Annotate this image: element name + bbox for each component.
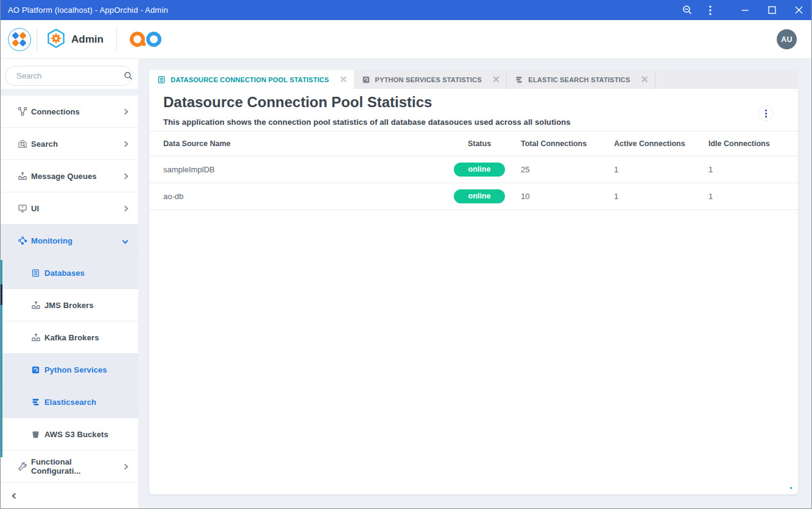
resize-handle-dot bbox=[790, 487, 792, 489]
cell-active-connections: 1 bbox=[614, 165, 708, 174]
database-icon bbox=[157, 75, 166, 84]
titlebar-spacer bbox=[722, 0, 732, 20]
sidebar-item-label: Databases bbox=[44, 269, 85, 278]
python-services-icon bbox=[30, 365, 41, 375]
ao-logo-o bbox=[146, 32, 161, 47]
tab-strip: DATASOURCE CONNECTION POOL STATISTICS ✕ … bbox=[149, 70, 798, 89]
cell-status: online bbox=[446, 189, 513, 203]
sidebar-item-label: Functional Configurati... bbox=[31, 457, 123, 476]
sidebar-search[interactable] bbox=[5, 66, 133, 86]
sidebar-item-python-services[interactable]: Python Services bbox=[0, 354, 138, 386]
sidebar-item-label: JMS Brokers bbox=[44, 301, 94, 310]
header-divider bbox=[116, 28, 117, 51]
hexagon-gear-icon[interactable] bbox=[47, 29, 65, 51]
app-window: AO Platform (localhost) - AppOrchid - Ad… bbox=[0, 0, 812, 509]
datasource-table: Data Source Name Status Total Connection… bbox=[149, 131, 798, 210]
sidebar-item-functional-configuration[interactable]: Functional Configurati... bbox=[0, 451, 138, 483]
search-nav-icon bbox=[17, 139, 27, 149]
monitoring-icon bbox=[17, 236, 27, 246]
chevron-down-icon bbox=[122, 237, 129, 244]
panel-kebab-menu-icon[interactable] bbox=[758, 105, 774, 121]
product-name: Admin bbox=[71, 33, 104, 46]
window-title: AO Platform (localhost) - AppOrchid - Ad… bbox=[8, 5, 168, 15]
chevron-right-icon bbox=[122, 173, 129, 179]
sidebar-item-jms-brokers[interactable]: JMS Brokers bbox=[0, 289, 138, 321]
sidebar-item-ui[interactable]: UI bbox=[0, 192, 138, 225]
titlebar: AO Platform (localhost) - AppOrchid - Ad… bbox=[0, 0, 812, 20]
maximize-button[interactable] bbox=[758, 0, 785, 20]
table-row[interactable]: sampleImplDB online 25 1 1 bbox=[149, 156, 798, 183]
search-input[interactable] bbox=[16, 71, 124, 80]
cell-total-connections: 10 bbox=[513, 192, 614, 201]
sidebar-item-search[interactable]: Search bbox=[0, 128, 138, 160]
ao-logo-a bbox=[130, 32, 145, 47]
close-button[interactable] bbox=[785, 0, 812, 20]
tab-elastic-search-statistics[interactable]: ELASTIC SEARCH STATISTICS ✕ bbox=[507, 70, 655, 89]
sidebar-item-kafka-brokers[interactable]: Kafka Brokers bbox=[0, 321, 138, 354]
status-badge: online bbox=[454, 189, 505, 203]
chevron-left-icon bbox=[12, 493, 18, 499]
avatar[interactable]: AU bbox=[777, 29, 797, 49]
column-header-idle-connections: Idle Connections bbox=[708, 139, 798, 148]
sidebar-item-label: AWS S3 Buckets bbox=[44, 430, 108, 439]
sidebar-nav: Connections Search Message Queues UI Mon bbox=[0, 96, 138, 483]
chevron-right-icon bbox=[122, 205, 129, 211]
close-icon[interactable]: ✕ bbox=[641, 75, 649, 85]
sidebar-scrollbar-thumb[interactable] bbox=[0, 284, 2, 305]
column-header-status: Status bbox=[446, 139, 513, 148]
cell-data-source-name: sampleImplDB bbox=[163, 165, 446, 174]
sidebar: Connections Search Message Queues UI Mon bbox=[0, 59, 138, 509]
chevron-right-icon bbox=[122, 463, 129, 469]
sidebar-scrollbar[interactable] bbox=[0, 260, 2, 457]
sidebar-item-label: UI bbox=[31, 204, 39, 213]
tab-label: PYTHON SERVICES STATISTICS bbox=[375, 76, 482, 83]
search-icon bbox=[124, 71, 133, 80]
sidebar-item-elasticsearch[interactable]: Elasticsearch bbox=[0, 386, 138, 418]
app-header: Admin AU bbox=[0, 20, 812, 59]
ao-logo bbox=[130, 32, 161, 47]
column-header-active-connections: Active Connections bbox=[614, 139, 708, 148]
chevron-right-icon bbox=[122, 108, 129, 114]
minimize-button[interactable] bbox=[732, 0, 758, 20]
sidebar-item-label: Monitoring bbox=[31, 236, 72, 245]
close-icon[interactable]: ✕ bbox=[339, 75, 348, 85]
cell-idle-connections: 1 bbox=[708, 192, 798, 201]
table-header-row: Data Source Name Status Total Connection… bbox=[149, 131, 798, 156]
column-header-data-source-name: Data Source Name bbox=[163, 139, 446, 148]
pinwheel-logo-icon[interactable] bbox=[8, 28, 31, 51]
s3-bucket-icon bbox=[30, 429, 41, 440]
python-services-icon bbox=[362, 75, 370, 84]
sidebar-item-message-queues[interactable]: Message Queues bbox=[0, 160, 138, 192]
main-panel: Datasource Connection Pool Statistics Th… bbox=[149, 89, 798, 494]
sidebar-item-monitoring[interactable]: Monitoring bbox=[0, 225, 138, 257]
zoom-out-icon[interactable] bbox=[676, 0, 699, 20]
sidebar-item-label: Search bbox=[31, 139, 58, 149]
sidebar-gap bbox=[0, 89, 138, 96]
database-icon bbox=[30, 268, 41, 278]
ui-monitor-icon bbox=[17, 203, 27, 214]
elasticsearch-icon bbox=[515, 75, 523, 84]
sidebar-collapse-button[interactable] bbox=[9, 490, 21, 502]
tab-python-services-statistics[interactable]: PYTHON SERVICES STATISTICS ✕ bbox=[354, 70, 507, 89]
sidebar-item-connections[interactable]: Connections bbox=[0, 96, 138, 128]
sidebar-item-label: Kafka Brokers bbox=[44, 333, 99, 342]
tab-datasource-connection-pool-statistics[interactable]: DATASOURCE CONNECTION POOL STATISTICS ✕ bbox=[149, 70, 354, 89]
cell-total-connections: 25 bbox=[513, 165, 614, 174]
sidebar-item-aws-s3-buckets[interactable]: AWS S3 Buckets bbox=[0, 418, 138, 451]
close-icon[interactable]: ✕ bbox=[492, 75, 501, 85]
sidebar-item-databases[interactable]: Databases bbox=[0, 257, 138, 289]
kebab-menu-icon[interactable] bbox=[699, 0, 722, 20]
message-queues-icon bbox=[17, 171, 27, 181]
cell-status: online bbox=[446, 163, 513, 177]
chevron-right-icon bbox=[122, 141, 129, 147]
window-controls bbox=[676, 0, 812, 20]
sidebar-item-label: Connections bbox=[31, 107, 80, 116]
tab-label: ELASTIC SEARCH STATISTICS bbox=[528, 76, 630, 83]
tab-label: DATASOURCE CONNECTION POOL STATISTICS bbox=[171, 76, 329, 83]
sidebar-item-label: Message Queues bbox=[31, 172, 97, 181]
cell-data-source-name: ao-db bbox=[163, 192, 446, 201]
sidebar-item-label: Elasticsearch bbox=[44, 398, 96, 407]
sidebar-item-label: Python Services bbox=[44, 365, 107, 374]
table-row[interactable]: ao-db online 10 1 1 bbox=[149, 183, 798, 210]
connections-icon bbox=[17, 107, 27, 117]
